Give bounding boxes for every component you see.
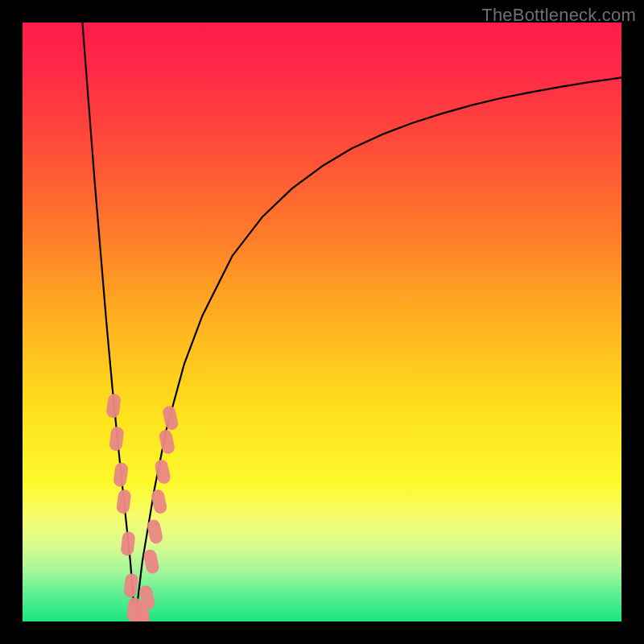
marker-point [169, 412, 171, 423]
plot-area [23, 23, 621, 621]
marker-point [150, 556, 152, 568]
marker-point [123, 496, 125, 507]
chart-svg [23, 23, 621, 621]
marker-point [116, 433, 118, 444]
marker-point [130, 580, 132, 591]
marker-point [127, 538, 129, 549]
marker-point [158, 496, 160, 507]
marker-point [113, 400, 114, 411]
acceptable-band [23, 484, 621, 621]
marker-point [146, 592, 148, 603]
marker-point [162, 466, 164, 477]
marker-point [166, 436, 168, 448]
marker-point [120, 469, 122, 481]
watermark-text: TheBottleneck.com [481, 5, 636, 26]
marker-point [141, 608, 143, 619]
chart-frame: TheBottleneck.com [0, 0, 644, 644]
marker-point [154, 526, 156, 538]
